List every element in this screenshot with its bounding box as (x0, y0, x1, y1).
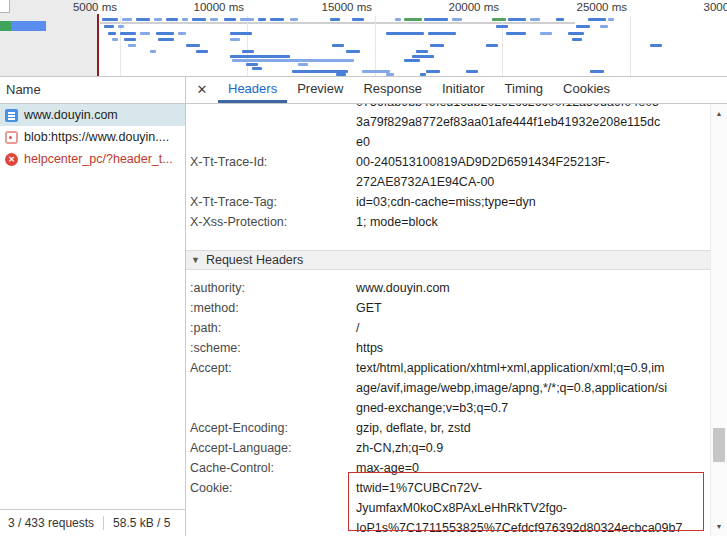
header-value: max-age=0 (356, 458, 710, 478)
devtools-network-panel: 5000 ms10000 ms15000 ms20000 ms25000 ms3… (0, 0, 727, 536)
tab-timing[interactable]: Timing (495, 77, 554, 103)
header-name: Accept: (190, 358, 356, 418)
header-row: :scheme:https (186, 338, 710, 358)
header-row: 0756fab9bb49fed1cdb20292cc26c00f12a59da9… (186, 104, 710, 152)
waterfall-bar (224, 18, 236, 21)
tab-headers[interactable]: Headers (218, 77, 287, 103)
waterfall-bar (590, 70, 604, 73)
header-value-line: / (356, 318, 710, 338)
header-row: :method:GET (186, 298, 710, 318)
tab-initiator[interactable]: Initiator (432, 77, 495, 103)
header-name: :scheme: (190, 338, 356, 358)
request-headers-section-header[interactable]: ▼ Request Headers (186, 250, 710, 270)
header-value-line: 272AE8732A1E94CA-00 (356, 172, 710, 192)
waterfall-bar (120, 32, 136, 35)
header-value: https (356, 338, 710, 358)
waterfall-overview[interactable] (0, 16, 727, 76)
waterfall-bar (572, 38, 582, 41)
detail-tab-bar: ✕ HeadersPreviewResponseInitiatorTimingC… (186, 77, 727, 104)
header-name: :method: (190, 298, 356, 318)
headers-stack: 0756fab9bb49fed1cdb20292cc26c00f12a59da9… (186, 104, 710, 536)
header-name: Cookie: (190, 478, 356, 536)
waterfall-bar (118, 25, 124, 28)
waterfall-bar (252, 67, 262, 70)
request-row[interactable]: blob:https://www.douyin.... (0, 126, 185, 148)
name-column-header[interactable]: Name (0, 77, 185, 104)
headers-content: 0756fab9bb49fed1cdb20292cc26c00f12a59da9… (186, 104, 710, 536)
request-detail-pane: ✕ HeadersPreviewResponseInitiatorTimingC… (186, 77, 727, 536)
waterfall-bar (508, 18, 526, 21)
tab-cookies[interactable]: Cookies (553, 77, 620, 103)
waterfall-bar (492, 18, 506, 21)
waterfall-bar (404, 18, 422, 21)
header-value-line: zh-CN,zh;q=0.9 (356, 438, 710, 458)
network-overview[interactable]: 5000 ms10000 ms15000 ms20000 ms25000 ms3… (0, 0, 727, 77)
load-event-marker (97, 14, 99, 76)
header-value-line: www.douyin.com (356, 278, 710, 298)
ruler-tick-label: 25000 ms (576, 1, 627, 13)
waterfall-bar (298, 63, 308, 66)
waterfall-bar (196, 50, 208, 53)
request-row[interactable]: www.douyin.com (0, 104, 185, 126)
request-label: blob:https://www.douyin.... (24, 130, 169, 144)
request-rows: www.douyin.comblob:https://www.douyin...… (0, 104, 185, 170)
scrollbar-thumb[interactable] (713, 428, 725, 462)
request-row[interactable]: ✕helpcenter_pc/?header_t... (0, 148, 185, 170)
ruler-gridline (630, 16, 631, 76)
media-icon-dot (9, 136, 12, 139)
waterfall-bar (178, 32, 186, 35)
waterfall-bar (608, 18, 614, 21)
scroll-up-icon[interactable]: ▲ (711, 106, 727, 121)
waterfall-bar (230, 32, 252, 35)
waterfall-bar (588, 18, 606, 21)
header-name: Accept-Encoding: (190, 418, 356, 438)
vertical-scrollbar[interactable]: ▲ ▼ (710, 104, 727, 536)
ruler-tick-label: 10000 ms (193, 1, 244, 13)
waterfall-bar (332, 44, 344, 47)
header-value: text/html,application/xhtml+xml,applicat… (356, 358, 710, 418)
waterfall-bar (154, 18, 162, 21)
header-value-line: ttwid=1%7CUBCn72V- (356, 478, 710, 498)
waterfall-bar (420, 73, 426, 76)
header-row: Cache-Control:max-age=0 (186, 458, 710, 478)
header-value-line: https (356, 338, 710, 358)
header-row: Accept:text/html,application/xhtml+xml,a… (186, 358, 710, 418)
waterfall-bar (386, 32, 424, 35)
header-value-line: gned-exchange;v=b3;q=0.7 (356, 398, 710, 418)
header-value: ttwid=1%7CUBCn72V-JyumfaxM0koCx8PAxLeHhR… (356, 478, 710, 536)
waterfall-bar (330, 18, 340, 21)
media-icon (5, 131, 18, 144)
ruler-gridline (375, 16, 376, 76)
tab-response[interactable]: Response (353, 77, 432, 103)
request-label: www.douyin.com (24, 108, 118, 122)
waterfall-bar (102, 18, 118, 21)
waterfall-bar (240, 18, 254, 21)
waterfall-bar (112, 38, 118, 41)
tab-preview[interactable]: Preview (287, 77, 353, 103)
header-value: gzip, deflate, br, zstd (356, 418, 710, 438)
document-icon-lines (8, 112, 15, 114)
waterfall-bar (158, 38, 174, 41)
waterfall-bar (404, 59, 420, 62)
header-row: :path:/ (186, 318, 710, 338)
waterfall-bar (428, 32, 456, 35)
waterfall-bar (576, 25, 590, 28)
waterfall-bar (104, 25, 114, 28)
header-value: 0756fab9bb49fed1cdb20292cc26c00f12a59da9… (356, 104, 710, 152)
document-icon (5, 109, 18, 122)
header-value: 1; mode=block (356, 212, 710, 232)
waterfall-bar (496, 25, 508, 28)
overview-selected-bar-green (0, 21, 11, 31)
waterfall-bar (346, 50, 360, 53)
header-name: X-Tt-Trace-Id: (190, 152, 356, 192)
waterfall-bar (395, 18, 401, 21)
waterfall-bar (192, 18, 206, 21)
waterfall-bar (182, 18, 188, 21)
waterfall-bar (556, 18, 564, 21)
scroll-down-icon[interactable]: ▼ (711, 519, 727, 534)
header-value: zh-CN,zh;q=0.9 (356, 438, 710, 458)
close-icon[interactable]: ✕ (186, 77, 218, 103)
header-row: :authority:www.douyin.com (186, 278, 710, 298)
waterfall-bar (290, 18, 298, 21)
waterfall-bar (466, 70, 478, 73)
